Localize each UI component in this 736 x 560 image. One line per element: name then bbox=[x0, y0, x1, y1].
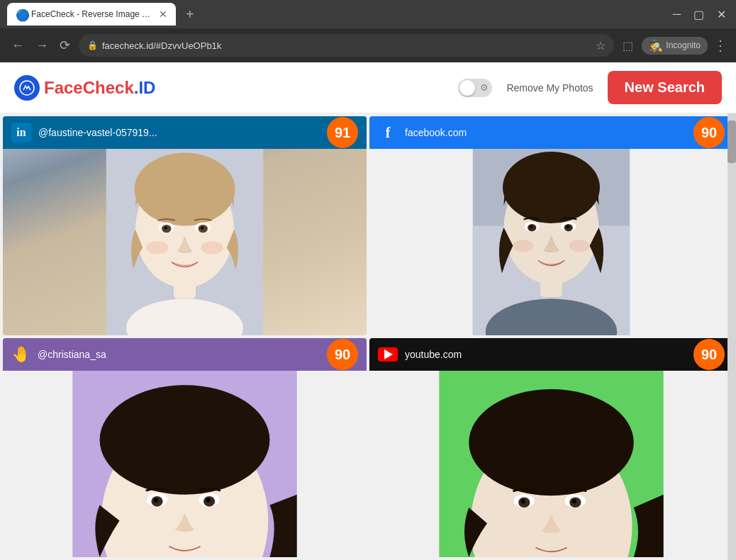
new-search-button[interactable]: New Search bbox=[608, 71, 722, 104]
reload-button[interactable]: ⟳ bbox=[57, 35, 73, 56]
minimize-icon[interactable]: ─ bbox=[670, 8, 684, 21]
card-header-youtube: youtube.com 90 bbox=[369, 338, 733, 371]
youtube-username: youtube.com bbox=[405, 349, 686, 360]
toggle-thumb bbox=[459, 80, 475, 96]
score-badge-4: 90 bbox=[693, 339, 725, 370]
remove-photos-label: Remove My Photos bbox=[506, 82, 593, 94]
score-badge-3: 90 bbox=[327, 339, 358, 370]
browser-menu-button[interactable]: ⋮ bbox=[713, 37, 727, 54]
svg-point-44 bbox=[521, 499, 525, 503]
scrollbar[interactable] bbox=[727, 113, 736, 560]
scrollbar-thumb[interactable] bbox=[727, 121, 736, 163]
svg-point-27 bbox=[569, 240, 590, 252]
result-card-instagram[interactable]: 🤚 @christiana_sa 90 bbox=[3, 338, 367, 557]
card-header-linkedin: in @faustine-vastel-057919... 91 bbox=[3, 116, 367, 149]
svg-point-10 bbox=[165, 227, 167, 230]
app-header: FaceCheck.ID ⚙ Remove My Photos New Sear… bbox=[0, 62, 736, 113]
svg-point-36 bbox=[206, 498, 211, 503]
logo-text: FaceCheck.ID bbox=[44, 78, 155, 98]
svg-point-11 bbox=[201, 227, 203, 230]
address-bar: ← → ⟳ 🔒 facecheck.id/#DzvvUeOPb1k ☆ ⬚ 🕵 … bbox=[0, 28, 736, 62]
score-badge-1: 91 bbox=[327, 117, 358, 148]
facebook-username: facebook.com bbox=[405, 127, 686, 138]
card-header-instagram: 🤚 @christiana_sa 90 bbox=[3, 338, 367, 371]
instagram-username: @christiana_sa bbox=[38, 349, 320, 360]
url-text: facecheck.id/#DzvvUeOPb1k bbox=[102, 40, 591, 51]
toggle-switch[interactable]: ⚙ bbox=[458, 79, 492, 97]
linkedin-username: @faustine-vastel-057919... bbox=[38, 127, 320, 138]
url-bar[interactable]: 🔒 facecheck.id/#DzvvUeOPb1k ☆ bbox=[79, 34, 614, 57]
score-badge-2: 90 bbox=[693, 117, 725, 148]
waving-hand-icon: 🤚 bbox=[11, 345, 30, 364]
result-card-facebook[interactable]: f facebook.com 90 bbox=[369, 116, 733, 335]
svg-point-26 bbox=[513, 240, 533, 252]
svg-point-39 bbox=[469, 389, 633, 495]
result-card-linkedin[interactable]: in @faustine-vastel-057919... 91 bbox=[3, 116, 367, 335]
svg-point-12 bbox=[146, 241, 168, 254]
lock-icon: 🔒 bbox=[87, 40, 98, 50]
svg-point-35 bbox=[154, 498, 158, 503]
incognito-icon: 🕵 bbox=[649, 39, 663, 52]
forward-button[interactable]: → bbox=[33, 35, 51, 56]
logo-dotid: .ID bbox=[134, 78, 156, 97]
logo-facecheck: FaceCheck bbox=[44, 78, 134, 97]
new-tab-button[interactable]: + bbox=[182, 6, 199, 23]
svg-point-13 bbox=[201, 241, 223, 254]
toggle-icon: ⚙ bbox=[480, 82, 489, 93]
close-icon[interactable]: ✕ bbox=[714, 8, 729, 21]
logo-icon bbox=[14, 75, 40, 101]
reader-mode-button[interactable]: ⬚ bbox=[620, 36, 636, 55]
facebook-icon: f bbox=[378, 123, 398, 142]
svg-point-24 bbox=[530, 225, 533, 228]
incognito-label: Incognito bbox=[666, 40, 701, 50]
maximize-icon[interactable]: ▢ bbox=[691, 8, 707, 21]
result-card-youtube[interactable]: youtube.com 90 bbox=[369, 338, 733, 557]
title-bar: 🔵 FaceCheck - Reverse Image Searc... ✕ +… bbox=[0, 0, 736, 28]
card-header-facebook: f facebook.com 90 bbox=[369, 116, 733, 149]
incognito-badge: 🕵 Incognito bbox=[642, 37, 708, 55]
linkedin-icon: in bbox=[11, 123, 31, 142]
back-button[interactable]: ← bbox=[9, 35, 27, 56]
bookmark-icon[interactable]: ☆ bbox=[596, 39, 606, 52]
svg-point-30 bbox=[100, 385, 270, 495]
browser-tab[interactable]: 🔵 FaceCheck - Reverse Image Searc... ✕ bbox=[7, 3, 176, 26]
tab-title: FaceCheck - Reverse Image Searc... bbox=[31, 9, 152, 19]
tab-close-button[interactable]: ✕ bbox=[159, 9, 167, 20]
svg-point-45 bbox=[572, 499, 576, 503]
svg-point-25 bbox=[567, 225, 569, 228]
tab-favicon: 🔵 bbox=[16, 9, 27, 20]
youtube-icon bbox=[378, 347, 398, 362]
logo: FaceCheck.ID bbox=[14, 75, 155, 101]
results-grid: in @faustine-vastel-057919... 91 bbox=[0, 113, 736, 560]
header-right: ⚙ Remove My Photos New Search bbox=[458, 71, 722, 104]
toggle-container: ⚙ bbox=[458, 79, 492, 97]
